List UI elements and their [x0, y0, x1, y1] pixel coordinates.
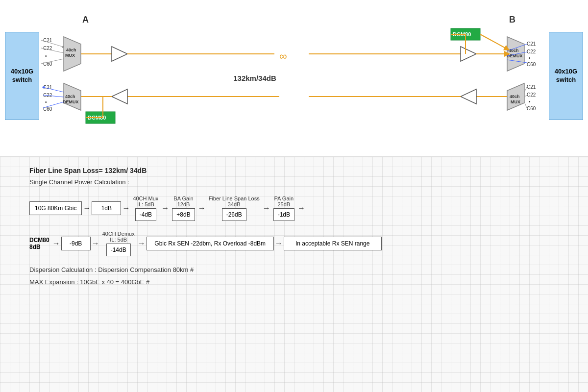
svg-marker-48 — [461, 47, 476, 61]
svg-text:C21: C21 — [527, 84, 536, 90]
signal-flow-row1: 10G 80Km Gbic → 1dB → 40CH Mux IL: 5dB -… — [29, 196, 559, 221]
svg-line-52 — [480, 34, 507, 49]
svg-text:DEMUX: DEMUX — [63, 99, 79, 104]
footer-dispersion: Dispersion Calculation : Dispersion Comp… — [29, 264, 559, 276]
footer-expansion: MAX Expansion : 10GbE x 40 = 400GbE # — [29, 276, 559, 289]
arrow3: → — [161, 204, 169, 213]
result-box: In acceptable Rx SEN range — [284, 237, 382, 250]
arrow8: → — [92, 239, 99, 248]
span-label-group: Fiber Line Span Loss 34dB -26dB — [209, 196, 260, 221]
gbic-rx-box: Gbic Rx SEN -22dbm, Rx Overload -8dBm — [147, 237, 274, 250]
start-device-box: 10G 80Km Gbic — [29, 201, 82, 215]
arrow7: → — [52, 239, 60, 248]
step4-box: -26dB — [222, 208, 246, 221]
svg-text:C60: C60 — [527, 62, 536, 67]
svg-marker-55 — [461, 89, 476, 104]
step1-box: 1dB — [92, 201, 121, 215]
svg-text:MUX: MUX — [65, 53, 75, 58]
calc-subtitle: Single Channel Power Calculation : — [29, 178, 559, 186]
arrow10: → — [275, 239, 283, 248]
calc-title: Fiber Line Span Loss= 132km/ 34dB — [29, 167, 559, 174]
svg-marker-44 — [112, 47, 127, 61]
svg-text:•: • — [45, 99, 47, 105]
signal-flow-row2: DCM80 8dB → -9dB → 40CH Demux IL: 5dB -1… — [29, 231, 559, 256]
svg-text:∞: ∞ — [279, 50, 287, 62]
svg-text:40ch: 40ch — [65, 94, 75, 99]
step3-box: +8dB — [172, 208, 195, 221]
arrow9: → — [138, 239, 146, 248]
svg-line-38 — [524, 102, 527, 108]
arrow6: → — [297, 204, 305, 213]
calc-footer: Dispersion Calculation : Dispersion Comp… — [29, 264, 559, 288]
pa-label-group: PA Gain 25dB -1dB — [273, 196, 294, 221]
svg-text:40ch: 40ch — [66, 48, 76, 52]
arrow1: → — [83, 204, 91, 213]
diagram-svg: C21 C22 • C60 40ch MUX 40ch DEMUX C21 C2… — [0, 0, 588, 157]
ba-label-group: BA Gain 12dB +8dB — [172, 196, 195, 221]
svg-text:C60: C60 — [43, 106, 52, 112]
svg-text:•: • — [529, 55, 531, 61]
svg-text:C22: C22 — [527, 49, 536, 54]
demux-label-group: 40CH Demux IL: 5dB -14dB — [102, 231, 135, 256]
svg-text:MUX: MUX — [511, 99, 520, 104]
svg-text:C60: C60 — [527, 106, 536, 111]
mux-label-group: 40CH Mux IL: 5dB -4dB — [133, 196, 158, 221]
svg-text:132km/34dB: 132km/34dB — [233, 74, 276, 82]
dcm-label-group: DCM80 8dB — [29, 237, 49, 250]
svg-marker-58 — [112, 89, 127, 104]
calculation-section: Fiber Line Span Loss= 132km/ 34dB Single… — [0, 157, 588, 392]
svg-text:•: • — [529, 99, 531, 104]
step5-box: -1dB — [273, 208, 294, 221]
svg-text:40ch: 40ch — [510, 94, 520, 99]
svg-text:C22: C22 — [527, 92, 536, 98]
svg-text:C21: C21 — [527, 41, 536, 47]
network-diagram: A B 40x10Gswitch 40x10Gswitch C21 C22 • … — [0, 0, 588, 157]
svg-text:•: • — [45, 53, 47, 59]
arrow2: → — [122, 204, 130, 213]
dcm-step1-box: -9dB — [61, 237, 91, 250]
arrow4: → — [198, 204, 206, 213]
step2-box: -4dB — [135, 208, 156, 221]
arrow5: → — [263, 204, 270, 213]
demux-step2-box: -14dB — [106, 244, 131, 256]
